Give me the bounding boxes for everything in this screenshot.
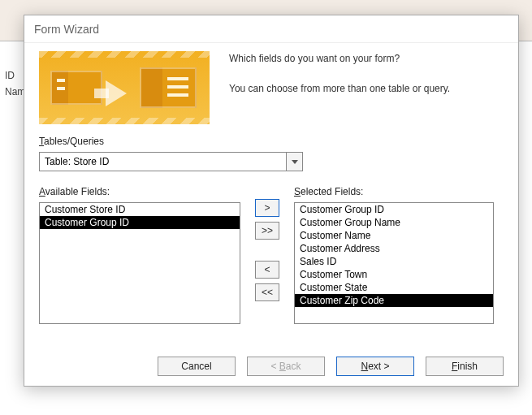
tables-queries-dropdown-button[interactable] [287, 152, 303, 171]
remove-all-fields-button[interactable]: << [255, 283, 279, 301]
add-all-fields-button[interactable]: >> [255, 222, 279, 240]
tables-queries-combo[interactable]: Table: Store ID [39, 152, 287, 171]
list-item[interactable]: Customer Name [295, 229, 493, 242]
cancel-button[interactable]: Cancel [158, 357, 236, 376]
list-item[interactable]: Customer Address [295, 242, 493, 255]
list-item[interactable]: Customer Group ID [40, 216, 240, 229]
wizard-hero-text: Which fields do you want on your form? Y… [229, 51, 450, 124]
bg-label-name: Nam [5, 86, 25, 97]
list-item[interactable]: Sales ID [295, 255, 493, 268]
list-item[interactable]: Customer State [295, 281, 493, 294]
back-button[interactable]: < Back [247, 357, 325, 376]
hero-line-2: You can choose from more than one table … [229, 81, 450, 97]
list-item[interactable]: Customer Zip Code [295, 294, 493, 307]
available-fields-listbox[interactable]: Customer Store IDCustomer Group ID [39, 202, 240, 324]
tables-queries-label: Tables/Queries [39, 136, 504, 147]
selected-fields-label: Selected Fields: [294, 186, 494, 197]
finish-button[interactable]: Finish [426, 357, 504, 376]
form-wizard-dialog: Form Wizard Which fields do you want on … [24, 15, 519, 387]
combo-value: Table: Store ID [45, 156, 109, 167]
next-button[interactable]: Next > [336, 357, 414, 376]
list-item[interactable]: Customer Store ID [40, 203, 240, 216]
hero-line-1: Which fields do you want on your form? [229, 51, 450, 67]
list-item[interactable]: Customer Group ID [295, 203, 493, 216]
chevron-down-icon [292, 160, 298, 164]
remove-field-button[interactable]: < [255, 261, 279, 279]
available-fields-label: Available Fields: [39, 186, 240, 197]
dialog-title: Form Wizard [24, 15, 518, 43]
add-field-button[interactable]: > [255, 199, 279, 217]
list-item[interactable]: Customer Group Name [295, 216, 493, 229]
list-item[interactable]: Customer Town [295, 268, 493, 281]
selected-fields-listbox[interactable]: Customer Group IDCustomer Group NameCust… [294, 202, 494, 324]
bg-label-id: ID [5, 70, 15, 81]
wizard-hero-image [39, 51, 210, 124]
